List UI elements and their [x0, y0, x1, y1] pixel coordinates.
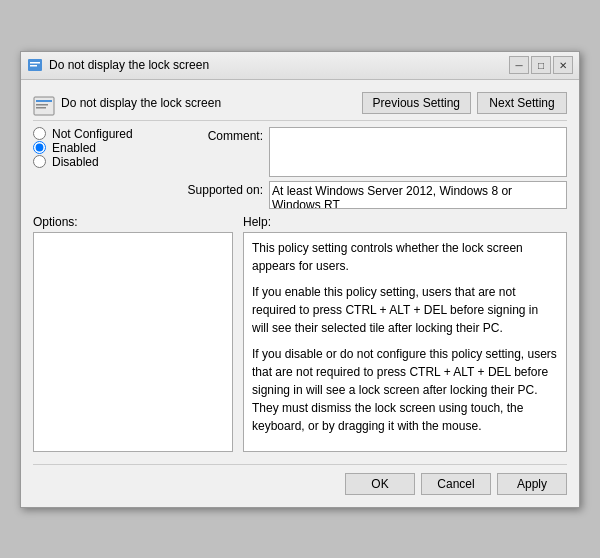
radio-not-configured-input[interactable] — [33, 127, 46, 140]
svg-rect-6 — [36, 107, 46, 109]
top-row: Do not display the lock screen Previous … — [33, 88, 567, 121]
previous-setting-button[interactable]: Previous Setting — [362, 92, 471, 114]
svg-rect-4 — [36, 100, 52, 102]
radio-disabled-input[interactable] — [33, 155, 46, 168]
help-label: Help: — [243, 215, 567, 229]
setting-icon — [33, 95, 49, 111]
window-icon — [27, 57, 43, 73]
next-setting-button[interactable]: Next Setting — [477, 92, 567, 114]
help-paragraph-2: If you enable this policy setting, users… — [252, 283, 558, 337]
help-paragraph-3: If you disable or do not configure this … — [252, 345, 558, 435]
radio-disabled-label[interactable]: Disabled — [52, 155, 99, 169]
setting-title: Do not display the lock screen — [61, 96, 221, 110]
setting-header: Do not display the lock screen — [33, 95, 221, 111]
radio-enabled-label[interactable]: Enabled — [52, 141, 96, 155]
minimize-button[interactable]: ─ — [509, 56, 529, 74]
comment-textarea[interactable] — [269, 127, 567, 177]
title-bar: Do not display the lock screen ─ □ ✕ — [21, 52, 579, 80]
main-window: Do not display the lock screen ─ □ ✕ Do … — [20, 51, 580, 508]
ok-button[interactable]: OK — [345, 473, 415, 495]
right-form-panel: Comment: Supported on: At least Windows … — [173, 127, 567, 209]
radio-form-section: Not Configured Enabled Disabled Comment: — [33, 127, 567, 209]
options-label: Options: — [33, 215, 233, 229]
options-box — [33, 232, 233, 452]
radio-enabled-input[interactable] — [33, 141, 46, 154]
comment-row: Comment: — [173, 127, 567, 177]
apply-button[interactable]: Apply — [497, 473, 567, 495]
maximize-button[interactable]: □ — [531, 56, 551, 74]
bottom-buttons: OK Cancel Apply — [33, 464, 567, 497]
radio-not-configured[interactable]: Not Configured — [33, 127, 163, 141]
svg-rect-2 — [30, 65, 37, 67]
close-button[interactable]: ✕ — [553, 56, 573, 74]
window-content: Do not display the lock screen Previous … — [21, 80, 579, 507]
radio-enabled[interactable]: Enabled — [33, 141, 163, 155]
svg-rect-1 — [30, 62, 40, 64]
options-panel: Options: — [33, 215, 233, 452]
options-help-section: Options: Help: This policy setting contr… — [33, 215, 567, 452]
supported-on-label: Supported on: — [173, 181, 263, 197]
help-content: This policy setting controls whether the… — [243, 232, 567, 452]
svg-rect-3 — [34, 97, 54, 115]
svg-rect-5 — [36, 104, 48, 106]
radio-disabled[interactable]: Disabled — [33, 155, 163, 169]
radio-not-configured-label[interactable]: Not Configured — [52, 127, 133, 141]
title-bar-text: Do not display the lock screen — [49, 58, 509, 72]
comment-label: Comment: — [173, 127, 263, 143]
supported-on-row: Supported on: At least Windows Server 20… — [173, 181, 567, 209]
navigation-buttons: Previous Setting Next Setting — [362, 92, 567, 114]
supported-on-value: At least Windows Server 2012, Windows 8 … — [269, 181, 567, 209]
help-panel: Help: This policy setting controls wheth… — [243, 215, 567, 452]
cancel-button[interactable]: Cancel — [421, 473, 491, 495]
help-paragraph-1: This policy setting controls whether the… — [252, 239, 558, 275]
title-bar-controls: ─ □ ✕ — [509, 56, 573, 74]
radio-section: Not Configured Enabled Disabled — [33, 127, 163, 209]
